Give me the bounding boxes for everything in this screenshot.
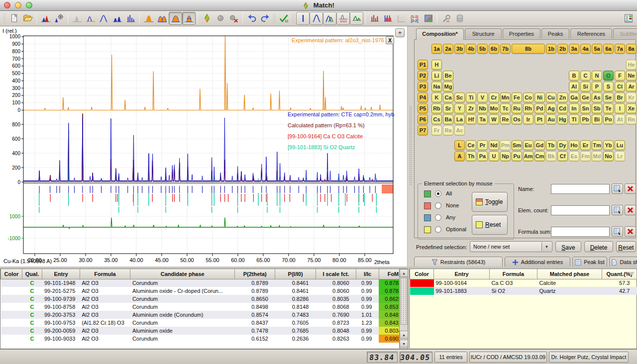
- candidate-row-99-101-1948[interactable]: C99-101-1948Al2 O3Corundum0.87890.84610.…: [1, 279, 408, 287]
- element-mn[interactable]: Mn: [500, 92, 511, 102]
- element-re[interactable]: Re: [500, 114, 511, 124]
- element-tl[interactable]: Tl: [569, 114, 579, 124]
- element-pr[interactable]: Pr: [477, 140, 488, 150]
- element-cf[interactable]: Cf: [557, 151, 568, 161]
- element-fe[interactable]: Fe: [512, 92, 522, 102]
- restraints-sphere-button[interactable]: [213, 12, 227, 25]
- element-lr[interactable]: Lr: [615, 151, 625, 161]
- element-es[interactable]: Es: [569, 151, 579, 161]
- elem-count-clear-button[interactable]: [625, 205, 636, 215]
- matched-col-formula[interactable]: Formula: [490, 269, 537, 279]
- element-am[interactable]: Am: [523, 151, 533, 161]
- toolbar-drag-handle[interactable]: [292, 13, 295, 24]
- candidate-col-candidate-phase[interactable]: Candidate phase: [130, 269, 235, 279]
- element-h[interactable]: H: [431, 60, 442, 70]
- elem-count-input[interactable]: [551, 205, 610, 215]
- save-selection-button[interactable]: Save: [555, 241, 581, 252]
- candidate-row-99-100-9753[interactable]: C99-100-9753(Al1.82 Cr.18) O3Corundum0.8…: [1, 319, 408, 327]
- candidate-col-entry[interactable]: Entry: [42, 269, 80, 279]
- correct-fwhm-button[interactable]: [182, 12, 196, 25]
- element-ar[interactable]: Ar: [626, 82, 637, 91]
- element-ra[interactable]: Ra: [443, 125, 453, 135]
- element-pm[interactable]: Pm: [500, 140, 511, 150]
- element-po[interactable]: Po: [603, 114, 614, 124]
- element-si[interactable]: Si: [580, 82, 591, 91]
- peak-alpha1-button[interactable]: [142, 12, 155, 25]
- element-ho[interactable]: Ho: [569, 140, 579, 150]
- tab-structure[interactable]: Structure: [465, 28, 502, 39]
- name-input[interactable]: [551, 184, 610, 194]
- group-header-4b[interactable]: 4b: [466, 44, 476, 54]
- element-ba[interactable]: Ba: [443, 114, 453, 124]
- close-pattern-button[interactable]: X: [386, 36, 394, 44]
- element-c[interactable]: C: [580, 71, 591, 81]
- view-calculated-profile-button[interactable]: [323, 12, 336, 25]
- element-eu[interactable]: Eu: [523, 140, 533, 150]
- element-cl[interactable]: Cl: [615, 82, 625, 91]
- tab-references[interactable]: References: [570, 28, 612, 39]
- element-ru[interactable]: Ru: [512, 103, 522, 113]
- candidate-col-qual-[interactable]: Qual.: [22, 269, 42, 279]
- radio-all[interactable]: [435, 190, 441, 197]
- add-pattern-button[interactable]: +: [395, 28, 405, 37]
- element-y[interactable]: Y: [454, 103, 465, 113]
- period-button-P2[interactable]: P2: [418, 71, 428, 81]
- candidate-col-i-scale-fct-[interactable]: I scale fct.: [316, 269, 356, 279]
- element-te[interactable]: Te: [603, 103, 614, 113]
- element-o[interactable]: O: [603, 71, 614, 81]
- element-ca[interactable]: Ca: [443, 92, 453, 102]
- element-f[interactable]: F: [615, 71, 625, 81]
- element-sr[interactable]: Sr: [443, 103, 453, 113]
- database-button[interactable]: [453, 12, 466, 25]
- new-file-button[interactable]: [7, 12, 21, 25]
- element-au[interactable]: Au: [546, 114, 556, 124]
- candidate-col-p-2theta-[interactable]: P(2theta): [235, 269, 275, 279]
- candidate-col-formula[interactable]: Formula: [80, 269, 130, 279]
- element-np[interactable]: Np: [500, 151, 511, 161]
- tab-restraints-[interactable]: Restraints (58643): [414, 257, 503, 268]
- element-la[interactable]: La: [454, 114, 465, 124]
- name-list-button[interactable]: [612, 183, 623, 194]
- element-ge[interactable]: Ge: [580, 92, 591, 102]
- peaks-alpha12-button[interactable]: [155, 12, 169, 25]
- element-mo[interactable]: Mo: [489, 103, 499, 113]
- view-difference-plot-button[interactable]: [350, 12, 363, 25]
- matched-col-matched-phase[interactable]: Matched phase: [537, 269, 602, 279]
- strip-ka2-button[interactable]: [169, 12, 182, 25]
- element-nd[interactable]: Nd: [489, 140, 499, 150]
- element-ti[interactable]: Ti: [466, 92, 476, 102]
- element-zr[interactable]: Zr: [466, 103, 476, 113]
- candidate-row-99-200-0059[interactable]: C99-200-0059Al2 O3Aluminium oxide0.74780…: [1, 327, 408, 335]
- element-yb[interactable]: Yb: [603, 140, 614, 150]
- pattern-options-button[interactable]: [52, 12, 66, 25]
- tab-properties[interactable]: Properties: [503, 28, 540, 39]
- vertical-splitter[interactable]: [407, 26, 413, 267]
- actinides-button[interactable]: A: [454, 151, 465, 161]
- element-b[interactable]: B: [569, 71, 579, 81]
- toggle-button[interactable]: Toggle: [472, 192, 508, 212]
- element-k[interactable]: K: [431, 92, 442, 102]
- tools-button[interactable]: [439, 12, 453, 25]
- element-os[interactable]: Os: [512, 114, 522, 124]
- group-header-1b[interactable]: 1b: [546, 44, 556, 54]
- element-zn[interactable]: Zn: [557, 92, 568, 102]
- tab-composition[interactable]: Composition*: [416, 28, 464, 40]
- element-ag[interactable]: Ag: [546, 103, 556, 113]
- element-no[interactable]: No: [603, 151, 614, 161]
- radio-any[interactable]: [435, 214, 441, 221]
- matched-col-color[interactable]: Color: [410, 269, 434, 279]
- element-cu[interactable]: Cu: [546, 92, 556, 102]
- tab-additional-entries[interactable]: Additional entries: [505, 257, 570, 268]
- candidate-col-p-i-i0-[interactable]: P(I/I0): [275, 269, 316, 279]
- element-ta[interactable]: Ta: [477, 114, 488, 124]
- candidate-row-99-200-3753[interactable]: C99-200-3753Al2 O3Aluminium oxide (Corun…: [1, 311, 408, 319]
- element-rn[interactable]: Rn: [626, 114, 637, 124]
- element-pu[interactable]: Pu: [512, 151, 522, 161]
- period-button-P1[interactable]: P1: [418, 60, 428, 70]
- element-sb[interactable]: Sb: [592, 103, 602, 113]
- view-peak-lines-button[interactable]: [381, 12, 395, 25]
- element-be[interactable]: Be: [443, 71, 453, 81]
- element-al[interactable]: Al: [569, 82, 579, 91]
- element-rh[interactable]: Rh: [523, 103, 533, 113]
- predefined-selection-dropdown[interactable]: None / new set ▼: [470, 241, 552, 252]
